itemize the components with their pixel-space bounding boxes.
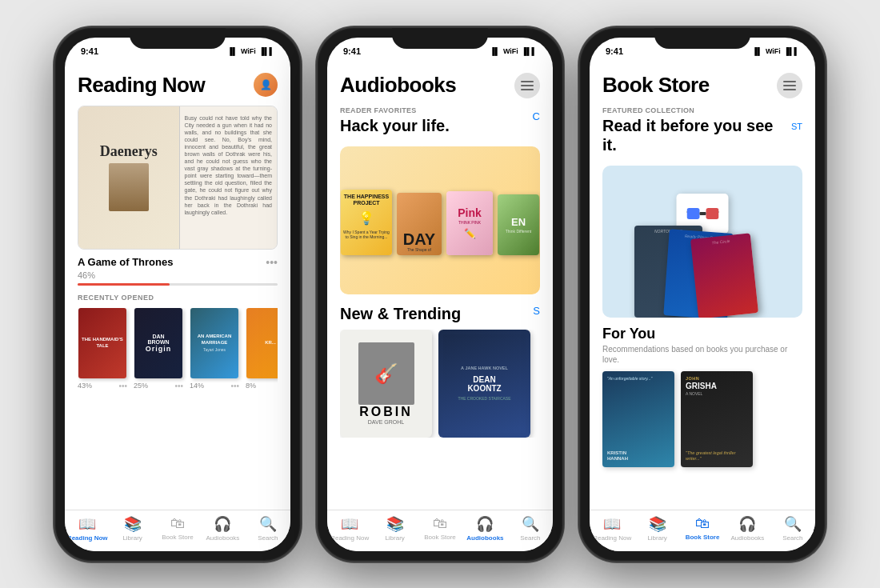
audiobooks-menu-btn[interactable] — [514, 73, 540, 98]
tab-icon-bookstore-3: 🛍 — [695, 515, 710, 532]
bookstore-menu-btn[interactable] — [777, 73, 802, 98]
new-trending-title: New & Trending — [340, 304, 461, 323]
user-avatar-1[interactable]: 👤 — [254, 73, 278, 97]
svg-rect-7 — [706, 208, 718, 219]
reader-favorites-header-row: READER FAVORITES Hack your life. C — [340, 106, 540, 143]
bookstore-top-banner[interactable]: NORTON KING Ready Player One The Circle — [602, 166, 802, 318]
kristin-lastname: HANNAH — [607, 456, 670, 462]
screen-1: 9:41 ▐▌ WiFi ▐▌▌ Reading Now 👤 — [65, 38, 290, 551]
current-book-display[interactable]: Daenerys Busy could not have told why th… — [78, 106, 278, 250]
status-icons-3: ▐▌ WiFi ▐▌▌ — [752, 47, 799, 55]
svg-rect-4 — [783, 85, 796, 86]
tab-reading-now-2[interactable]: 📖 Reading Now — [327, 515, 372, 542]
tab-icon-library-2: 📚 — [386, 515, 404, 533]
new-trending-header-row: New & Trending S — [340, 304, 540, 326]
status-icons-1: ▐▌ WiFi ▐▌▌ — [227, 47, 274, 55]
tab-label-search-1: Search — [258, 534, 278, 542]
tab-audiobooks-3[interactable]: 🎧 Audiobooks — [725, 515, 770, 542]
john-grisham-cover[interactable]: JOHN GRISHA A NOVEL "The greatest legal … — [681, 371, 753, 467]
tab-audiobooks-2[interactable]: 🎧 Audiobooks — [462, 515, 507, 542]
tab-icon-bookstore-1: 🛍 — [170, 515, 185, 532]
page-header-1: Reading Now 👤 — [78, 68, 278, 106]
featured-collection-header-row: FEATURED COLLECTION Read it before you s… — [602, 106, 802, 162]
battery-icon-2: ▐▌▌ — [522, 47, 537, 55]
tab-label-bookstore-1: Book Store — [162, 534, 194, 541]
page-header-2: Audiobooks — [340, 68, 540, 106]
svg-rect-1 — [521, 85, 534, 86]
phone-audiobooks: 9:41 ▐▌ WiFi ▐▌▌ Audiobooks — [316, 26, 564, 562]
tab-label-audio-3: Audiobooks — [731, 534, 765, 542]
tab-library-1[interactable]: 📚 Library — [110, 515, 154, 542]
tab-icon-reading-1: 📖 — [78, 515, 96, 533]
tab-bookstore-1[interactable]: 🛍 Book Store — [155, 515, 200, 542]
for-you-books-row: "An unforgettable story..." KRISTIN HANN… — [602, 371, 802, 467]
tab-label-reading-3: Reading Now — [593, 534, 631, 542]
screen-scroll-1[interactable]: Reading Now 👤 Daenerys Busy — [65, 62, 290, 510]
tab-icon-bookstore-2: 🛍 — [433, 515, 447, 532]
recent-book-1[interactable]: THE HANDMAID'S TALE 43% ••• — [78, 308, 127, 390]
reader-favorites-more[interactable]: C — [533, 110, 540, 122]
tab-icon-library-1: 📚 — [124, 515, 142, 533]
battery-icon-3: ▐▌▌ — [784, 47, 799, 55]
featured-more[interactable]: ST — [791, 122, 802, 131]
tab-icon-audio-3: 🎧 — [738, 515, 756, 533]
battery-icon-1: ▐▌▌ — [259, 47, 274, 55]
tab-icon-search-3: 🔍 — [784, 515, 802, 533]
book-page-right: Busy could not have told why the City ne… — [180, 106, 278, 249]
screen-scroll-3[interactable]: Book Store FEATURED COLLECTION Read it b… — [590, 62, 815, 510]
stack-book-3: The Circle — [690, 233, 758, 318]
notch-2 — [392, 28, 488, 49]
banner-stack: NORTON KING Ready Player One The Circle — [622, 182, 782, 318]
hack-your-life-title: Hack your life. — [340, 116, 450, 135]
svg-rect-5 — [783, 89, 796, 90]
recent-book-3[interactable]: AN AMERICAN MARRIAGE Tayari Jones 14% ••… — [190, 308, 239, 390]
signal-icon-3: ▐▌ — [752, 47, 762, 55]
robin-cover[interactable]: 🎸 ROBIN DAVE GROHL — [340, 330, 432, 438]
status-time-2: 9:41 — [343, 46, 361, 56]
new-trending-more[interactable]: S — [533, 305, 540, 317]
recent-book-4[interactable]: KR... 8% — [246, 308, 278, 390]
tab-label-audio-1: Audiobooks — [206, 534, 240, 542]
tab-reading-now-3[interactable]: 📖 Reading Now — [590, 515, 634, 542]
tab-search-1[interactable]: 🔍 Search — [246, 515, 290, 542]
tab-label-library-3: Library — [647, 534, 666, 542]
john-last-name: GRISHA — [686, 382, 748, 390]
tab-icon-reading-3: 📖 — [603, 515, 621, 533]
page-header-3: Book Store — [602, 68, 802, 106]
tab-icon-library-3: 📚 — [649, 515, 666, 533]
screen-scroll-2[interactable]: Audiobooks READER FAVORITES Hack your li… — [327, 62, 553, 510]
recent-books-row: THE HANDMAID'S TALE 43% ••• DANBROWN — [78, 308, 278, 390]
tab-audiobooks-1[interactable]: 🎧 Audiobooks — [200, 515, 245, 542]
dean-koontz-cover[interactable]: A JANE HAWK NOVEL DEANKOONTZ THE CROOKED… — [438, 330, 530, 438]
recently-opened-header: RECENTLY OPENED — [78, 294, 278, 302]
tab-search-2[interactable]: 🔍 Search — [508, 515, 553, 542]
notch-1 — [130, 28, 226, 49]
book-options-menu[interactable]: ••• — [266, 256, 278, 269]
tab-label-search-2: Search — [520, 534, 540, 542]
tab-search-3[interactable]: 🔍 Search — [770, 515, 815, 542]
tab-library-3[interactable]: 📚 Library — [634, 515, 679, 542]
screen-2: 9:41 ▐▌ WiFi ▐▌▌ Audiobooks — [327, 38, 553, 551]
tab-reading-now-1[interactable]: 📖 Reading Now — [65, 515, 110, 542]
happiness-project-cover: THE HAPPINESS PROJECT 💡 Why I Spent a Ye… — [341, 190, 392, 255]
signal-icon-1: ▐▌ — [227, 47, 238, 55]
tab-library-2[interactable]: 📚 Library — [372, 515, 417, 542]
book-meta: A Game of Thrones ••• — [78, 256, 278, 269]
progress-fill — [78, 283, 170, 286]
en-cover: EN Think Different — [498, 194, 539, 255]
hamburger-icon — [521, 81, 534, 90]
tab-bookstore-3[interactable]: 🛍 Book Store — [680, 515, 725, 542]
page-title-1: Reading Now — [78, 73, 205, 98]
book-cover-4: KR... — [246, 308, 278, 378]
phone-reading-now: 9:41 ▐▌ WiFi ▐▌▌ Reading Now 👤 — [54, 26, 302, 562]
featured-audiobooks-banner[interactable]: THE HAPPINESS PROJECT 💡 Why I Spent a Ye… — [340, 146, 540, 294]
day-cover: DAY The Shape of — [397, 193, 442, 255]
tab-bookstore-2[interactable]: 🛍 Book Store — [418, 515, 462, 542]
kristin-hannah-cover[interactable]: "An unforgettable story..." KRISTIN HANN… — [602, 371, 674, 467]
book-daenerys-title: Daenerys — [100, 143, 158, 160]
featured-banner-content: THE HAPPINESS PROJECT 💡 Why I Spent a Ye… — [340, 177, 540, 263]
tab-icon-audio-1: 🎧 — [214, 515, 231, 533]
screen-3: 9:41 ▐▌ WiFi ▐▌▌ Book Store — [590, 38, 815, 551]
tab-bar-2: 📖 Reading Now 📚 Library 🛍 Book Store 🎧 A… — [327, 510, 553, 551]
recent-book-2[interactable]: DANBROWN Origin 25% ••• — [134, 308, 183, 390]
